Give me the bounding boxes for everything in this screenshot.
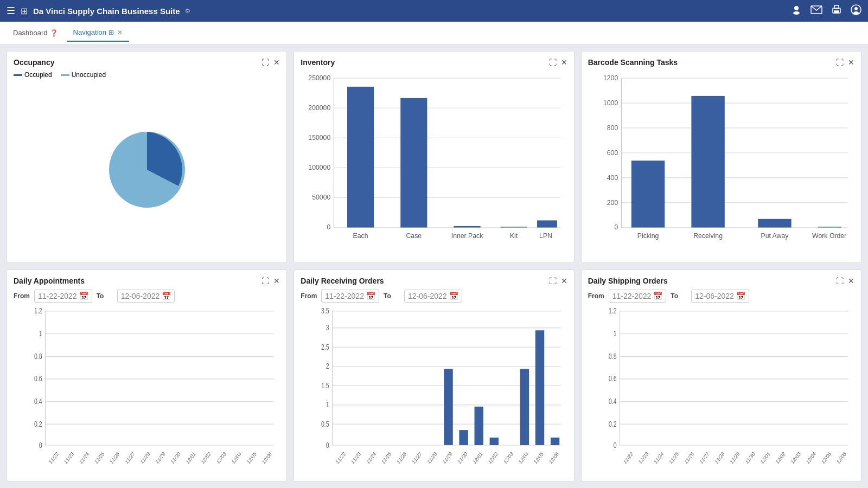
legend-unoccupied: Unoccupied — [61, 71, 106, 79]
svg-text:0.2: 0.2 — [34, 420, 42, 429]
appointments-to-input[interactable]: 12-06-2022 📅 — [117, 290, 175, 303]
bar-innerpack — [454, 226, 481, 228]
shipping-date-range: From 11-22-2022 📅 To 12-06-2022 📅 — [588, 290, 854, 303]
receiving-from-input[interactable]: 11-22-2022 📅 — [321, 290, 379, 303]
shipping-to-calendar-icon[interactable]: 📅 — [736, 292, 745, 300]
inventory-title: Inventory — [301, 58, 335, 67]
svg-text:2.5: 2.5 — [321, 343, 329, 351]
legend-occupied-label: Occupied — [24, 71, 52, 79]
svg-text:Put Away: Put Away — [761, 232, 789, 240]
svg-text:11/30: 11/30 — [170, 450, 181, 465]
appointments-close-icon[interactable]: ✕ — [273, 277, 280, 285]
shipping-to-input[interactable]: 12-06-2022 📅 — [691, 290, 749, 303]
tab-dashboard[interactable]: Dashboard ❓ — [7, 24, 65, 41]
receiving-controls: ⛶ ✕ — [549, 277, 567, 285]
tab-close-icon[interactable]: ✕ — [117, 29, 123, 36]
account-icon[interactable] — [851, 4, 861, 18]
shipping-expand-icon[interactable]: ⛶ — [836, 277, 844, 285]
svg-text:0.5: 0.5 — [321, 420, 329, 429]
svg-point-1 — [793, 11, 800, 15]
bar-recv-1202 — [490, 438, 499, 445]
svg-text:400: 400 — [607, 174, 617, 181]
occupancy-pie-svg — [98, 121, 196, 219]
bar-recv-1204 — [520, 369, 529, 445]
svg-text:11/23: 11/23 — [63, 450, 74, 465]
appointments-from-calendar-icon[interactable]: 📅 — [79, 292, 88, 300]
occupancy-chart — [14, 83, 280, 256]
barcode-close-icon[interactable]: ✕ — [848, 58, 854, 67]
svg-text:11/26: 11/26 — [683, 450, 694, 465]
shipping-from-calendar-icon[interactable]: 📅 — [653, 292, 662, 300]
svg-text:12/01: 12/01 — [472, 450, 483, 465]
svg-text:11/29: 11/29 — [155, 450, 166, 465]
svg-text:11/22: 11/22 — [48, 450, 59, 465]
hamburger-icon[interactable]: ☰ — [7, 5, 15, 17]
appointments-to-calendar-icon[interactable]: 📅 — [162, 292, 171, 300]
user-icon[interactable] — [791, 4, 802, 18]
help-icon[interactable]: ❓ — [50, 29, 58, 37]
appointments-from-value: 11-22-2022 — [38, 292, 77, 300]
receiving-from-calendar-icon[interactable]: 📅 — [366, 292, 375, 300]
inventory-expand-icon[interactable]: ⛶ — [549, 58, 557, 67]
svg-text:11/25: 11/25 — [668, 450, 679, 465]
legend-unoccupied-dot — [61, 74, 69, 76]
svg-text:11/27: 11/27 — [411, 450, 423, 465]
svg-text:100000: 100000 — [309, 164, 331, 171]
shipping-from-input[interactable]: 11-22-2022 📅 — [609, 290, 667, 303]
grid-icon[interactable]: ⊞ — [21, 6, 28, 16]
bar-picking — [631, 160, 664, 227]
svg-text:11/22: 11/22 — [335, 450, 347, 465]
receiving-expand-icon[interactable]: ⛶ — [549, 277, 557, 285]
svg-text:12/05: 12/05 — [246, 450, 257, 465]
occupancy-expand-icon[interactable]: ⛶ — [261, 58, 269, 67]
tab-navigation[interactable]: Navigation ⊞ ✕ — [67, 24, 129, 42]
barcode-expand-icon[interactable]: ⛶ — [836, 58, 844, 67]
shipping-controls: ⛶ ✕ — [836, 277, 854, 285]
svg-text:600: 600 — [607, 149, 617, 156]
svg-text:Picking: Picking — [637, 232, 659, 240]
svg-text:2: 2 — [326, 362, 329, 371]
app-title: Da Vinci Supply Chain Business Suite — [33, 7, 180, 16]
appointments-title: Daily Appointments — [14, 277, 85, 285]
svg-text:0: 0 — [326, 441, 329, 450]
svg-text:11/22: 11/22 — [622, 450, 634, 465]
svg-text:12/02: 12/02 — [775, 450, 786, 465]
svg-text:11/28: 11/28 — [426, 450, 438, 465]
barcode-title: Barcode Scanning Tasks — [588, 58, 678, 67]
svg-text:0: 0 — [327, 223, 331, 231]
bar-each — [347, 87, 374, 228]
receiving-close-icon[interactable]: ✕ — [561, 277, 567, 285]
svg-text:0.8: 0.8 — [34, 352, 42, 361]
svg-text:1200: 1200 — [603, 74, 618, 82]
mail-icon[interactable] — [810, 5, 822, 17]
receiving-to-calendar-icon[interactable]: 📅 — [449, 292, 458, 300]
svg-text:12/04: 12/04 — [805, 450, 817, 465]
main-content: Occupancy ⛶ ✕ Occupied Unoccupied — [0, 44, 868, 488]
inventory-close-icon[interactable]: ✕ — [561, 58, 567, 67]
shipping-from-label: From — [588, 292, 604, 300]
svg-text:11/23: 11/23 — [637, 450, 649, 465]
receiving-to-value: 12-06-2022 — [408, 292, 447, 300]
barcode-scanning-widget: Barcode Scanning Tasks ⛶ ✕ — [581, 51, 861, 263]
bar-lpn — [537, 220, 557, 227]
shipping-svg: 0 0.2 0.4 0.6 0.8 1 1.2 11/22 11/23 11/2… — [588, 307, 854, 474]
shipping-close-icon[interactable]: ✕ — [848, 277, 854, 285]
receiving-to-input[interactable]: 12-06-2022 📅 — [404, 290, 462, 303]
bar-recv-1206 — [551, 438, 559, 445]
receiving-header: Daily Receiving Orders ⛶ ✕ — [301, 277, 567, 285]
svg-text:1: 1 — [39, 330, 42, 338]
occupancy-close-icon[interactable]: ✕ — [273, 58, 280, 67]
svg-text:Receiving: Receiving — [693, 232, 723, 240]
daily-shipping-widget: Daily Shipping Orders ⛶ ✕ From 11-22-202… — [581, 269, 861, 481]
svg-text:0: 0 — [39, 441, 42, 450]
svg-text:0.8: 0.8 — [609, 352, 617, 361]
svg-text:0: 0 — [614, 223, 618, 231]
svg-text:11/28: 11/28 — [139, 450, 151, 465]
svg-text:150000: 150000 — [309, 134, 331, 142]
svg-text:1.2: 1.2 — [34, 307, 42, 316]
shipping-to-value: 12-06-2022 — [695, 292, 734, 300]
print-icon[interactable] — [831, 4, 842, 18]
appointments-from-input[interactable]: 11-22-2022 📅 — [34, 290, 92, 303]
appointments-expand-icon[interactable]: ⛶ — [261, 277, 269, 285]
occupancy-header: Occupancy ⛶ ✕ — [14, 58, 280, 67]
